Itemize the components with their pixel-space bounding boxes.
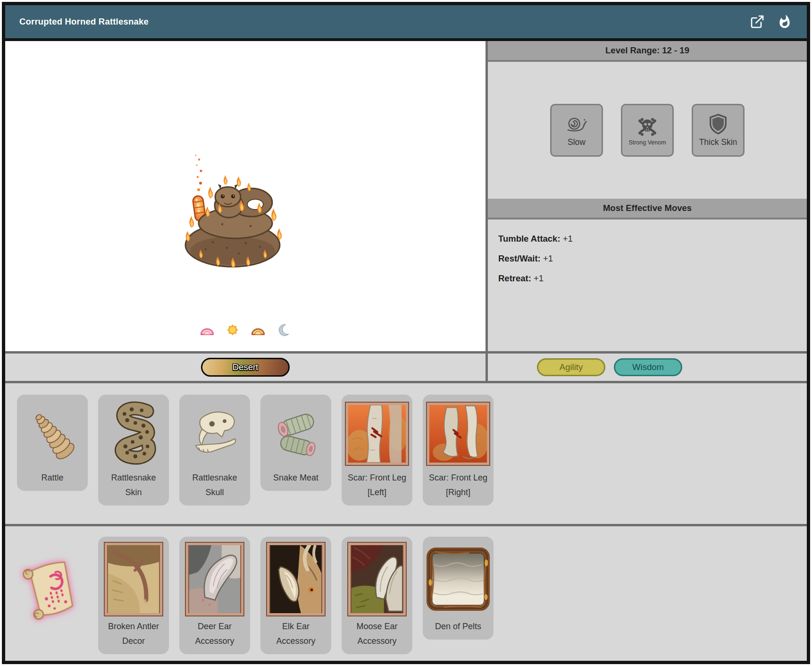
trait-slow[interactable]: Slow xyxy=(550,104,603,157)
drop-label: Snake Meat xyxy=(264,471,327,485)
special-drop-label: Moose Ear Accessory xyxy=(345,619,409,649)
drop-card-rattlesnake-skin[interactable]: Rattlesnake Skin xyxy=(98,395,169,506)
info-panel: Level Range: 12 - 19 Slow xyxy=(488,41,807,351)
special-drop-card-den-of-pelts[interactable]: Den of Pelts xyxy=(423,537,494,640)
level-range-text: Level Range: 12 - 19 xyxy=(605,45,689,56)
move-row: Retreat: +1 xyxy=(498,273,795,284)
sunset-icon xyxy=(251,323,266,337)
special-drop-label: Broken Antler Decor xyxy=(102,619,165,649)
moose-ear-accessory-image xyxy=(345,540,409,618)
special-drop-card-deer-ear-accessory[interactable]: Deer Ear Accessory xyxy=(179,537,250,654)
moves-title: Most Effective Moves xyxy=(603,203,692,213)
snake-meat-image xyxy=(264,398,327,469)
scar-front-leg-left-image xyxy=(345,398,409,469)
drop-label: Rattlesnake Skin xyxy=(102,471,165,500)
main-area: Level Range: 12 - 19 Slow xyxy=(5,41,807,351)
skull-crossbones-icon xyxy=(636,115,658,137)
habitat-area: Desert xyxy=(5,354,486,381)
drop-card-snake-meat[interactable]: Snake Meat xyxy=(260,395,331,491)
titlebar-icons xyxy=(749,14,793,30)
drop-label: Scar: Front Leg [Right] xyxy=(427,471,490,500)
habitat-badge-desert[interactable]: Desert xyxy=(201,358,290,377)
creature-image xyxy=(180,152,285,270)
snail-icon xyxy=(566,113,587,135)
drop-label: Rattlesnake Skull xyxy=(183,471,246,500)
drop-label: Scar: Front Leg [Left] xyxy=(345,471,409,500)
stat-badge-wisdom[interactable]: Wisdom xyxy=(614,358,682,376)
special-drop-label: Deer Ear Accessory xyxy=(183,619,246,649)
trait-label: Slow xyxy=(568,137,586,147)
moves-list: Tumble Attack: +1 Rest/Wait: +1 Retreat:… xyxy=(488,219,807,351)
moves-bar: Most Effective Moves xyxy=(488,199,807,219)
level-range-bar: Level Range: 12 - 19 xyxy=(488,41,807,62)
move-row: Rest/Wait: +1 xyxy=(498,253,795,264)
trait-label: Thick Skin xyxy=(699,137,737,147)
creature-panel xyxy=(5,41,486,351)
day-icon xyxy=(225,323,240,337)
special-drop-label: Den of Pelts xyxy=(427,619,490,634)
drop-card-rattle[interactable]: Rattle xyxy=(17,395,88,491)
special-drop-card-moose-ear-accessory[interactable]: Moose Ear Accessory xyxy=(342,537,412,654)
times-of-day xyxy=(5,323,486,337)
special-drops-section: Broken Antler Decor Deer Ear Accessory xyxy=(5,526,807,661)
special-drop-label: Elk Ear Accessory xyxy=(264,619,327,649)
traits-row: Slow St xyxy=(488,62,807,199)
stat-badge-agility[interactable]: Agility xyxy=(537,358,605,376)
trait-thick-skin[interactable]: Thick Skin xyxy=(692,104,745,157)
habitat-stats-strip: Desert Agility Wisdom xyxy=(5,354,807,381)
shield-icon xyxy=(707,113,729,135)
drop-label: Rattle xyxy=(21,471,84,485)
drop-card-scar-front-leg-right[interactable]: Scar: Front Leg [Right] xyxy=(423,395,494,506)
move-row: Tumble Attack: +1 xyxy=(498,234,795,244)
broken-antler-decor-image xyxy=(102,540,165,618)
sunrise-icon xyxy=(200,323,215,337)
elk-ear-accessory-image xyxy=(264,540,327,618)
scar-front-leg-right-image xyxy=(427,398,490,469)
page-title: Corrupted Horned Rattlesnake xyxy=(19,17,749,27)
rattle-image xyxy=(21,398,84,469)
trait-label: Strong Venom xyxy=(628,139,666,146)
titlebar: Corrupted Horned Rattlesnake xyxy=(5,5,807,41)
page: Corrupted Horned Rattlesnake xyxy=(0,0,812,666)
night-icon xyxy=(276,323,291,337)
creature-encyclopedia-panel: Corrupted Horned Rattlesnake xyxy=(2,2,810,664)
external-link-icon[interactable] xyxy=(749,14,765,30)
flame-icon[interactable] xyxy=(777,14,793,30)
drop-card-scar-front-leg-left[interactable]: Scar: Front Leg [Left] xyxy=(342,395,412,506)
deer-ear-accessory-image xyxy=(183,540,246,618)
rattlesnake-skull-image xyxy=(183,398,246,469)
special-drop-card-broken-antler-decor[interactable]: Broken Antler Decor xyxy=(98,537,169,654)
quest-scroll-item[interactable] xyxy=(17,551,88,628)
stats-area: Agility Wisdom xyxy=(488,354,807,381)
trait-strong-venom[interactable]: Strong Venom xyxy=(621,104,674,157)
drops-section: Rattle Rattlesnake Skin xyxy=(5,383,807,524)
den-of-pelts-image xyxy=(427,540,490,618)
special-drop-card-elk-ear-accessory[interactable]: Elk Ear Accessory xyxy=(260,537,331,654)
drop-card-rattlesnake-skull[interactable]: Rattlesnake Skull xyxy=(179,395,250,506)
rattlesnake-skin-image xyxy=(102,398,165,469)
scroll-icon xyxy=(17,552,88,627)
